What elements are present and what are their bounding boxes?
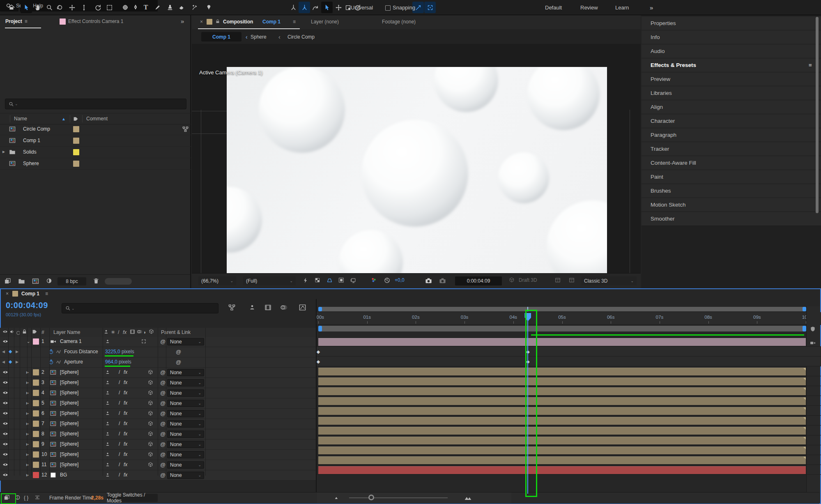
mini-flowchart-icon[interactable] bbox=[228, 304, 235, 311]
parent-link-dropdown[interactable]: None⌄ bbox=[167, 338, 204, 345]
workspace-default[interactable]: Default bbox=[545, 0, 562, 15]
3d-views-icon[interactable] bbox=[569, 277, 575, 283]
label-color-chip[interactable] bbox=[33, 421, 39, 427]
composition-tab-comp-name[interactable]: Comp 1 bbox=[262, 19, 281, 25]
expand-chevron-icon[interactable]: ▸ bbox=[26, 421, 29, 426]
show-snapshot-icon[interactable] bbox=[439, 277, 446, 284]
work-area-start-handle[interactable] bbox=[318, 326, 322, 331]
universal-axis-dropdown[interactable]: Universal bbox=[351, 0, 373, 15]
quality-switch[interactable]: / bbox=[119, 380, 120, 385]
new-composition-icon[interactable] bbox=[32, 278, 39, 285]
motion-blur-icon[interactable] bbox=[280, 304, 287, 311]
expand-chevron-icon[interactable]: ▸ bbox=[26, 462, 29, 467]
label-color-chip[interactable] bbox=[33, 462, 39, 468]
motion-blur-switch-icon[interactable] bbox=[137, 329, 142, 334]
panel-menu-icon[interactable]: ≡ bbox=[25, 18, 28, 24]
layer-name[interactable]: [Sphere] bbox=[60, 410, 78, 416]
pan-camera-tool[interactable] bbox=[66, 2, 78, 13]
snap-to-features[interactable] bbox=[424, 2, 436, 13]
3d-switch-icon[interactable] bbox=[148, 431, 153, 437]
lock-icon[interactable] bbox=[215, 19, 220, 24]
expand-expressions-icon[interactable]: { } bbox=[24, 495, 28, 501]
expand-chevron-icon[interactable]: ▸ bbox=[26, 441, 29, 447]
panel-tab-content-aware-fill[interactable]: Content-Aware Fill bbox=[642, 156, 821, 170]
search-options-chevron[interactable]: ⌄ bbox=[71, 306, 75, 311]
mini-flowchart-icon[interactable] bbox=[228, 304, 235, 311]
zoom-slider-track[interactable] bbox=[349, 497, 448, 498]
layer-duration-bar[interactable] bbox=[318, 338, 806, 346]
keyframe-next-icon[interactable]: ▶ bbox=[16, 350, 18, 354]
expand-chevron-icon[interactable]: ▸ bbox=[26, 380, 29, 385]
parent-pickwhip-icon[interactable]: @ bbox=[160, 380, 166, 386]
crop-region-icon[interactable] bbox=[350, 277, 356, 283]
label-color-chip[interactable] bbox=[33, 380, 39, 386]
effects-switch[interactable]: fx bbox=[124, 462, 127, 467]
label-color-chip[interactable] bbox=[33, 338, 39, 345]
time-navigator-bar[interactable] bbox=[318, 307, 806, 311]
local-axis-mode[interactable] bbox=[287, 2, 299, 13]
parent-link-dropdown[interactable]: None⌄ bbox=[167, 461, 204, 469]
label-color-chip[interactable] bbox=[33, 451, 39, 458]
quality-switch[interactable]: / bbox=[119, 421, 120, 426]
region-of-interest-icon[interactable] bbox=[327, 277, 333, 283]
3d-switch-icon[interactable] bbox=[148, 390, 153, 396]
layer-row--sphere-[interactable]: ▸5[Sphere]/fx@None⌄ bbox=[0, 398, 316, 409]
layer-duration-bar[interactable] bbox=[318, 407, 806, 415]
quality-switch-icon[interactable]: / bbox=[118, 329, 119, 335]
home-tool[interactable] bbox=[6, 2, 17, 13]
column-layer-name[interactable]: Layer Name bbox=[53, 329, 80, 335]
3d-switch-icon[interactable] bbox=[148, 370, 153, 375]
parent-pickwhip-icon[interactable]: @ bbox=[160, 472, 166, 478]
eye-icon[interactable] bbox=[2, 380, 8, 385]
parent-pickwhip-icon[interactable]: @ bbox=[160, 462, 166, 468]
panel-tab-tracker[interactable]: Tracker bbox=[642, 142, 821, 156]
interpret-footage-icon[interactable] bbox=[4, 278, 11, 285]
layer-name[interactable]: [Sphere] bbox=[60, 441, 78, 447]
tab-effect-controls[interactable]: Effect Controls Camera 1 bbox=[60, 15, 124, 28]
close-icon[interactable]: × bbox=[200, 19, 203, 25]
shy-switch-icon[interactable] bbox=[105, 421, 110, 426]
navigator-end-handle[interactable] bbox=[803, 307, 806, 311]
expand-chevron-icon[interactable]: ▸ bbox=[26, 431, 29, 437]
panel-tab-smoother[interactable]: Smoother bbox=[642, 212, 821, 226]
keyframe-next-icon[interactable]: ▶ bbox=[16, 360, 18, 364]
new-composition-icon[interactable] bbox=[32, 278, 39, 285]
effects-switch[interactable]: fx bbox=[124, 451, 127, 457]
timeline-tab-label[interactable]: Comp 1 bbox=[21, 291, 39, 297]
parent-pickwhip-icon[interactable]: @ bbox=[160, 338, 166, 345]
region-of-interest-icon[interactable] bbox=[327, 277, 333, 283]
layer-name[interactable]: [Sphere] bbox=[60, 451, 78, 457]
parent-link-dropdown[interactable]: None⌄ bbox=[167, 379, 204, 387]
layer-row-bg[interactable]: ▸12BG/fx@None⌄ bbox=[0, 470, 316, 481]
panel-tab-preview[interactable]: Preview bbox=[642, 72, 821, 86]
effects-switch[interactable]: fx bbox=[124, 441, 127, 447]
shy-column-icon[interactable] bbox=[103, 329, 109, 334]
expand-chevron-icon[interactable]: ▸ bbox=[26, 400, 29, 406]
parent-link-dropdown[interactable]: None⌄ bbox=[167, 369, 204, 376]
channel-settings-icon[interactable] bbox=[371, 277, 377, 283]
property-name[interactable]: Aperture bbox=[64, 359, 83, 365]
shy-switch-icon[interactable] bbox=[105, 442, 110, 446]
tab-footage[interactable]: Footage (none) bbox=[382, 19, 416, 25]
take-snapshot-icon[interactable] bbox=[425, 277, 432, 284]
label-color-chip[interactable] bbox=[73, 161, 79, 167]
keyframe-diamond[interactable]: ◆ bbox=[317, 349, 320, 354]
property-value[interactable]: 3225,0 bbox=[105, 349, 120, 354]
label-color-chip[interactable] bbox=[33, 390, 39, 396]
parent-pickwhip-icon[interactable]: @ bbox=[160, 451, 166, 458]
adjustment-switch-icon[interactable]: ◗ bbox=[143, 329, 146, 335]
graph-editor-icon[interactable] bbox=[299, 304, 306, 311]
3d-switch-icon[interactable] bbox=[148, 462, 153, 467]
label-color-chip[interactable] bbox=[33, 369, 39, 375]
eye-icon[interactable] bbox=[2, 431, 8, 437]
layer-duration-bar[interactable] bbox=[318, 437, 806, 444]
eye-icon[interactable] bbox=[2, 400, 8, 406]
color-depth-button[interactable]: 8 bpc bbox=[57, 277, 86, 285]
zoom-out-mountain-icon[interactable] bbox=[334, 495, 340, 500]
label-color-chip[interactable] bbox=[73, 149, 79, 155]
type-tool[interactable]: T bbox=[140, 2, 152, 13]
parent-pickwhip-icon[interactable]: @ bbox=[160, 400, 166, 406]
eye-icon[interactable] bbox=[2, 472, 8, 478]
shy-switch-icon[interactable] bbox=[105, 472, 110, 477]
expand-chevron-icon[interactable]: ▸ bbox=[26, 451, 29, 457]
